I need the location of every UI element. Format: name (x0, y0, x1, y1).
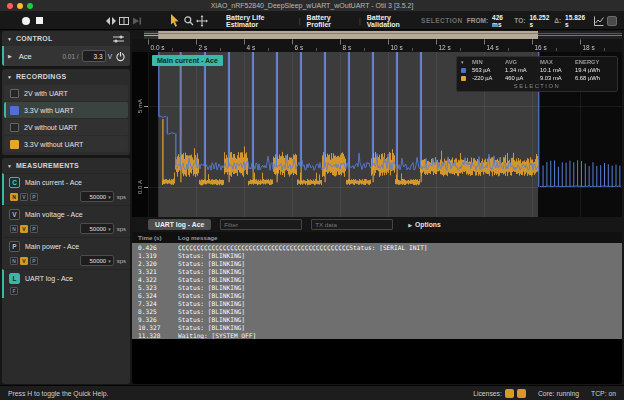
stats-value: 19.4 µWh (575, 67, 613, 73)
mode-badge-v[interactable]: V (20, 225, 28, 233)
panel-toggle-icon[interactable] (605, 14, 618, 28)
mode-tab-battery-life-estimator[interactable]: Battery Life Estimator (226, 14, 293, 28)
stats-value: 1.34 mA (505, 67, 540, 73)
recordings-header[interactable]: ▼ RECORDINGS (2, 69, 130, 84)
sample-rate-select[interactable]: 50000▾ (80, 255, 114, 266)
record-button[interactable] (19, 14, 32, 28)
log-row[interactable]: 6.324Status: [BLINKING] (132, 291, 622, 299)
log-row[interactable]: 9.326Status: [BLINKING] (132, 315, 622, 323)
log-message: Status: [BLINKING] (178, 268, 245, 275)
sample-rate-select[interactable]: 50000▾ (80, 191, 114, 202)
log-row[interactable]: 7.324Status: [BLINKING] (132, 299, 622, 307)
log-message: Status: [BLINKING] (178, 252, 245, 259)
mode-tab-battery-validation[interactable]: Battery Validation (367, 14, 421, 28)
mode-tabs: Battery Life Estimator|Battery Profiler|… (226, 14, 421, 28)
mode-badge-n[interactable]: N (10, 257, 18, 265)
log-row[interactable]: 4.322Status: [BLINKING] (132, 275, 622, 283)
recording-row[interactable]: 2V with UART (4, 85, 128, 101)
delta-label: Δ: (554, 17, 561, 24)
mode-badge-p[interactable]: P (30, 193, 38, 201)
log-message: Status: [BLINKING] (178, 300, 245, 307)
recording-row[interactable]: 3.3V without UART (4, 136, 128, 152)
recording-checkbox[interactable] (10, 123, 19, 132)
uart-log-tab[interactable]: UART log - Ace (148, 219, 211, 230)
stats-footer: SELECTION (461, 83, 613, 89)
voltage-input[interactable] (82, 50, 106, 62)
filter-input[interactable] (220, 219, 302, 230)
measurement-badge[interactable]: V (9, 209, 20, 220)
from-label: FROM: (467, 17, 488, 24)
stop-button[interactable] (33, 14, 46, 28)
otii-window: XIAO_nRF52840_DeepSleep_wUART_wOutUART -… (0, 0, 624, 400)
license-badge-2[interactable] (517, 389, 526, 398)
zoom-fit-icon[interactable] (104, 14, 117, 28)
mode-badge-n[interactable]: N (10, 193, 18, 201)
stats-header-cell: ENERGY (575, 59, 613, 65)
license-badge-1[interactable] (505, 389, 514, 398)
log-row[interactable]: 2.320Status: [BLINKING] (132, 259, 622, 267)
close-button[interactable] (7, 3, 13, 9)
chart-view-icon[interactable] (592, 14, 605, 28)
zoom-tool-icon[interactable] (182, 14, 195, 28)
expand-icon[interactable]: ▶ (8, 53, 12, 59)
log-rows: 0.426ÇÇÇÇÇÇÇÇÇÇÇÇÇÇÇÇÇÇÇÇÇÇÇÇÇÇÇÇÇÇÇÇÇÇÇ… (132, 243, 622, 339)
mode-badge-p[interactable]: P (30, 225, 38, 233)
settings-sliders-icon[interactable] (112, 34, 125, 44)
chevron-down-icon[interactable]: ▾ (461, 59, 472, 65)
title-bar: XIAO_nRF52840_DeepSleep_wUART_wOutUART -… (0, 0, 624, 12)
recording-label: 2V without UART (24, 124, 78, 131)
chevron-down-icon: ▾ (108, 258, 111, 264)
mode-badge-f[interactable]: F (10, 287, 18, 295)
mode-badge-n[interactable]: N (10, 225, 18, 233)
log-row[interactable]: 5.323Status: [BLINKING] (132, 283, 622, 291)
chevron-right-icon: ▶ (408, 222, 412, 228)
recording-row[interactable]: 2V without UART (4, 119, 128, 135)
minimize-button[interactable] (17, 3, 23, 9)
step-icon[interactable] (130, 14, 143, 28)
from-value: 426 ms (492, 14, 510, 28)
measurement-badge[interactable]: C (9, 177, 20, 188)
pan-tool-icon[interactable] (195, 14, 208, 28)
split-view-icon[interactable] (117, 14, 130, 28)
log-row[interactable]: 8.325Status: [BLINKING] (132, 307, 622, 315)
recording-row[interactable]: 3.3V with UART (4, 102, 128, 118)
mode-badge-v[interactable]: V (20, 257, 28, 265)
select-tool-icon[interactable] (169, 14, 182, 28)
log-row[interactable]: 11.328Waiting: [SYSTEM OFF] (132, 331, 622, 339)
to-value: 16.252 s (529, 14, 550, 28)
sample-rate-value: 50000 (89, 194, 106, 200)
control-header[interactable]: ▼ CONTROL (2, 31, 130, 46)
main-toolbar: Battery Life Estimator|Battery Profiler|… (0, 12, 624, 30)
uart-toolbar: UART log - Ace ▶ Options (132, 217, 622, 232)
zoom-button[interactable] (27, 3, 33, 9)
recording-checkbox[interactable] (10, 106, 19, 115)
selection-label: SELECTION (421, 17, 463, 24)
collapse-icon: ▼ (7, 74, 12, 80)
selection-info: SELECTION FROM: 426 ms TO: 16.252 s Δ: 1… (421, 14, 586, 28)
log-table-header: Time (s) Log message (132, 232, 622, 243)
options-toggle[interactable]: ▶ Options (408, 221, 441, 228)
mode-badge-v[interactable]: V (20, 193, 28, 201)
chart-panel: Main current - Ace ▾MINAVGMAXENERGY563 µ… (132, 31, 622, 384)
recording-checkbox[interactable] (10, 89, 19, 98)
measurements-card: ▼ MEASUREMENTS CMain current - AceNVP500… (2, 158, 130, 384)
licenses-label: Licenses: (473, 390, 502, 397)
sample-rate-value: 50000 (89, 258, 106, 264)
window-title: XIAO_nRF52840_DeepSleep_wUART_wOutUART -… (211, 2, 414, 9)
measurement-badge[interactable]: P (9, 241, 20, 252)
sample-rate-select[interactable]: 50000▾ (80, 223, 114, 234)
measurements-header[interactable]: ▼ MEASUREMENTS (2, 158, 130, 173)
measurement-badge[interactable]: L (9, 273, 20, 284)
log-row[interactable]: 1.319Status: [BLINKING] (132, 251, 622, 259)
log-row[interactable]: 10.327Status: [BLINKING] (132, 323, 622, 331)
recording-checkbox[interactable] (10, 140, 19, 149)
voltage-unit: V (108, 53, 112, 60)
mode-tab-battery-profiler[interactable]: Battery Profiler (307, 14, 353, 28)
tx-data-input[interactable] (311, 219, 393, 230)
log-row[interactable]: 3.321Status: [BLINKING] (132, 267, 622, 275)
log-row[interactable]: 0.426ÇÇÇÇÇÇÇÇÇÇÇÇÇÇÇÇÇÇÇÇÇÇÇÇÇÇÇÇÇÇÇÇÇÇÇ… (132, 243, 622, 251)
recording-label: 2V with UART (24, 90, 68, 97)
quick-help-hint: Press H to toggle the Quick Help. (8, 390, 109, 397)
power-button[interactable] (115, 51, 126, 62)
mode-badge-p[interactable]: P (30, 257, 38, 265)
